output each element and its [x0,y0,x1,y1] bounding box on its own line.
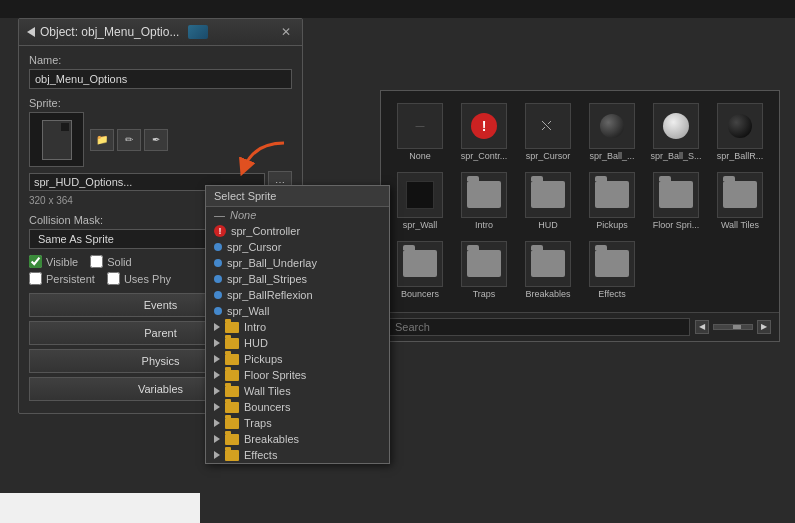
dropdown-header: Select Sprite [206,186,389,207]
folder-arrow-icon [214,355,220,363]
titlebar: Object: obj_Menu_Optio... ✕ [19,19,302,46]
sprite-cell-none[interactable]: — None [389,99,451,166]
folder-icon [225,370,239,381]
persistent-checkbox[interactable]: Persistent [29,272,95,285]
sprite-cell-pickups[interactable]: Pickups [581,168,643,235]
sprite-cell-ball-white[interactable]: spr_Ball_S... [645,99,707,166]
sprite-cell-traps[interactable]: Traps [453,237,515,304]
sprite-cell-cursor[interactable]: ⛌ spr_Cursor [517,99,579,166]
sprite-cell-label: None [409,152,431,162]
search-input[interactable] [389,318,690,336]
dropdown-none[interactable]: — None [206,207,389,223]
sprite-cell-hud[interactable]: HUD [517,168,579,235]
dropdown-spr-controller[interactable]: ! spr_Controller [206,223,389,239]
visible-checkbox[interactable]: Visible [29,255,78,268]
sprite-grid: — None ! spr_Contr... ⛌ spr_Cursor spr_B… [381,91,779,312]
sprite-cell-label: spr_Ball_S... [650,152,701,162]
dropdown-spr-ball-reflexion[interactable]: spr_BallReflexion [206,287,389,303]
uses-phy-checkbox[interactable]: Uses Phy [107,272,171,285]
sprite-thumb-folder-hud [525,172,571,218]
folder-hud[interactable]: HUD [206,335,389,351]
slider-right-btn[interactable]: ▶ [757,320,771,334]
sprite-thumb-none: — [397,103,443,149]
folder-pickups[interactable]: Pickups [206,351,389,367]
folder-icon [225,322,239,333]
dot-icon [214,259,222,267]
sprite-cell-intro[interactable]: Intro [453,168,515,235]
sprite-pencil-button[interactable]: ✒ [144,129,168,151]
slider-thumb[interactable] [733,325,741,329]
folder-floor-sprites[interactable]: Floor Sprites [206,367,389,383]
sprite-cell-label: Bouncers [401,290,439,300]
slider-track [713,324,753,330]
sprite-thumb-folder-traps [461,241,507,287]
title-accent [188,25,208,39]
sprite-cell-controller[interactable]: ! spr_Contr... [453,99,515,166]
sprite-cell-label: spr_Contr... [461,152,508,162]
sprite-cell-bouncers[interactable]: Bouncers [389,237,451,304]
sprite-cell-effects[interactable]: Effects [581,237,643,304]
folder-arrow-icon [214,435,220,443]
slider-left-btn[interactable]: ◀ [695,320,709,334]
folder-thumb-icon [403,250,437,277]
folder-intro[interactable]: Intro [206,319,389,335]
folder-thumb-icon [723,181,757,208]
folder-arrow-icon [214,323,220,331]
sprite-cell-ball-black[interactable]: spr_Ball_... [581,99,643,166]
ball-black-icon [600,114,624,138]
dropdown-spr-ball-underlay[interactable]: spr_Ball_Underlay [206,255,389,271]
folder-traps[interactable]: Traps [206,415,389,431]
sprite-cell-label: spr_Ball_... [589,152,634,162]
folder-breakables[interactable]: Breakables [206,431,389,447]
top-bar [0,0,795,18]
ball-dark-icon [728,114,752,138]
folder-effects[interactable]: Effects [206,447,389,463]
solid-checkbox[interactable]: Solid [90,255,131,268]
sprite-selector-panel: — None ! spr_Contr... ⛌ spr_Cursor spr_B… [380,90,780,342]
folder-arrow-icon [214,339,220,347]
name-label: Name: [29,54,292,66]
sprite-thumb-folder-bouncers [397,241,443,287]
sprite-cell-label: Effects [598,290,625,300]
sprite-thumb-controller: ! [461,103,507,149]
sprite-cell-label: spr_BallR... [717,152,764,162]
triangle-icon [27,27,35,37]
sprite-cell-label: Floor Spri... [653,221,700,231]
sprite-cell-wall[interactable]: spr_Wall [389,168,451,235]
folder-arrow-icon [214,387,220,395]
bottom-strip [0,493,200,523]
folder-arrow-icon [214,371,220,379]
sprite-edit-button[interactable]: ✏ [117,129,141,151]
sprite-cell-wall-tiles[interactable]: Wall Tiles [709,168,771,235]
dot-icon [214,243,222,251]
sprite-thumb-cursor: ⛌ [525,103,571,149]
name-input[interactable] [29,69,292,89]
folder-icon [225,450,239,461]
sprite-btn-row: 📁 ✏ ✒ [90,129,168,151]
sprite-thumb-folder-wall-tiles [717,172,763,218]
wall-icon [406,181,434,209]
sprite-preview-box [29,112,84,167]
close-button[interactable]: ✕ [278,24,294,40]
sprite-icon [42,120,72,160]
sprite-cell-floor-sprites[interactable]: Floor Spri... [645,168,707,235]
sprite-label: Sprite: [29,97,292,109]
sprite-thumb-folder-floor [653,172,699,218]
panel-title: Object: obj_Menu_Optio... [40,25,179,39]
sprite-cell-ballr[interactable]: spr_BallR... [709,99,771,166]
folder-icon [225,402,239,413]
ball-white-icon [663,113,689,139]
folder-wall-tiles[interactable]: Wall Tiles [206,383,389,399]
dot-icon [214,307,222,315]
sprite-dropdown: Select Sprite — None ! spr_Controller sp… [205,185,390,464]
dropdown-spr-ball-stripes[interactable]: spr_Ball_Stripes [206,271,389,287]
folder-thumb-icon [531,181,565,208]
dropdown-spr-cursor[interactable]: spr_Cursor [206,239,389,255]
dropdown-spr-wall[interactable]: spr_Wall [206,303,389,319]
sprite-add-button[interactable]: 📁 [90,129,114,151]
sprite-cell-breakables[interactable]: Breakables [517,237,579,304]
folder-bouncers[interactable]: Bouncers [206,399,389,415]
sprite-thumb-ballr [717,103,763,149]
sprite-thumb-wall [397,172,443,218]
folder-thumb-icon [531,250,565,277]
